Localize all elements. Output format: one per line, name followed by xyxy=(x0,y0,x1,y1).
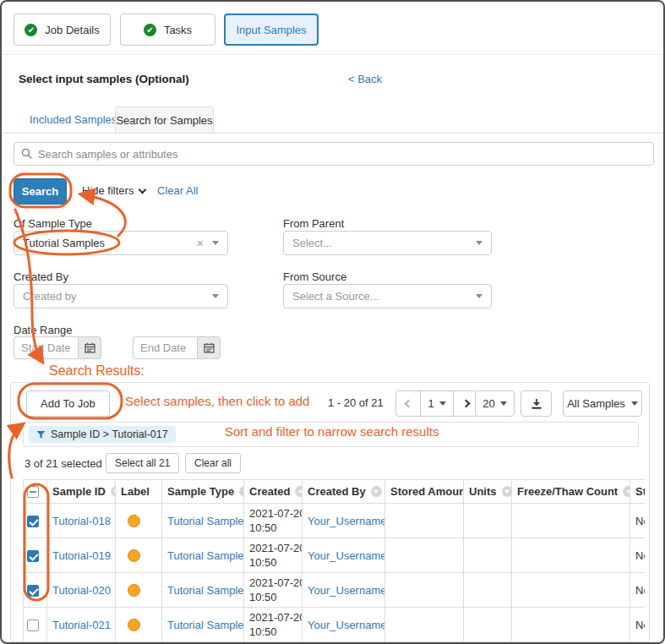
sort-icon[interactable] xyxy=(111,486,116,497)
row-checkbox[interactable] xyxy=(27,516,39,527)
results-table-container: Sample ID Label Sample Type Created Crea… xyxy=(23,479,645,642)
page-title: Select input samples (Optional) xyxy=(19,73,189,85)
created-by-link[interactable]: Your_Username xyxy=(308,619,385,631)
select-all-checkbox[interactable] xyxy=(27,486,39,498)
end-date-calendar-button[interactable] xyxy=(197,336,221,359)
row-checkbox[interactable] xyxy=(27,550,39,562)
search-button[interactable]: Search xyxy=(14,178,67,205)
sample-type-link[interactable]: Tutorial Samples xyxy=(167,584,244,597)
sample-label-icon xyxy=(128,549,140,562)
prev-page-button[interactable] xyxy=(395,390,421,417)
start-date-group xyxy=(14,336,101,359)
sample-type-link[interactable]: Tutorial Samples xyxy=(167,619,244,631)
col-freeze-thaw: Freeze/Thaw Count xyxy=(512,480,630,504)
units-cell xyxy=(464,573,512,608)
caret-down-icon xyxy=(476,294,482,298)
status-cell: No xyxy=(630,538,646,573)
stored-amount-cell xyxy=(385,504,464,538)
from-parent-select[interactable]: Select... xyxy=(283,231,492,255)
active-filters-bar: Sample ID > Tutorial-017 xyxy=(23,422,639,447)
page-size-select[interactable]: 20 xyxy=(475,390,515,417)
from-parent-placeholder: Select... xyxy=(292,237,332,249)
tab-search-for-samples[interactable]: Search for Samples xyxy=(115,106,214,134)
page-number: 1 xyxy=(428,397,433,410)
created-by-label: Created By xyxy=(14,270,68,283)
sample-type-value: Tutorial Samples xyxy=(23,237,105,249)
sample-type-link[interactable]: Tutorial Samples xyxy=(167,549,244,562)
hide-filters-label: Hide filters xyxy=(82,184,134,197)
col-sample-type: Sample Type xyxy=(162,480,244,504)
step-tasks[interactable]: ✔ Tasks xyxy=(120,14,215,46)
created-by-link[interactable]: Your_Username xyxy=(308,584,385,597)
pagination-range: 1 - 20 of 21 xyxy=(328,396,384,409)
search-input[interactable] xyxy=(38,148,646,161)
clear-selection-button[interactable]: Clear all xyxy=(185,453,241,473)
sample-type-select[interactable]: Tutorial Samples × xyxy=(14,231,228,255)
sort-icon[interactable] xyxy=(295,486,302,497)
back-link[interactable]: < Back xyxy=(348,73,382,85)
sample-id-link[interactable]: Tutorial-021 xyxy=(52,619,111,631)
row-checkbox[interactable] xyxy=(27,619,39,631)
caret-down-icon xyxy=(439,401,446,406)
sort-icon[interactable] xyxy=(371,486,382,497)
step-label: Job Details xyxy=(45,24,99,36)
sample-id-link[interactable]: Tutorial-020 xyxy=(52,584,111,597)
sample-scope-select[interactable]: All Samples xyxy=(563,390,642,417)
chevron-right-icon xyxy=(461,400,470,408)
created-by-select[interactable]: Created by xyxy=(14,284,228,308)
download-button[interactable] xyxy=(521,390,552,417)
created-date: 2021-07-20 xyxy=(249,610,297,625)
step-input-samples[interactable]: Input Samples xyxy=(224,14,319,46)
tab-label: Search for Samples xyxy=(116,114,212,127)
sample-type-link[interactable]: Tutorial Samples xyxy=(167,515,244,527)
caret-down-icon xyxy=(500,401,507,406)
start-date-calendar-button[interactable] xyxy=(78,336,101,359)
end-date-input[interactable] xyxy=(133,336,197,359)
freeze-thaw-cell xyxy=(512,573,630,608)
page-size-value: 20 xyxy=(482,397,494,410)
hide-filters-toggle[interactable]: Hide filters xyxy=(82,184,145,197)
clear-selection-icon[interactable]: × xyxy=(197,237,204,250)
tab-bar: Included Samples Search for Samples xyxy=(2,106,663,134)
col-stored-amount: Stored Amount xyxy=(385,480,464,504)
created-time: 10:50 xyxy=(249,521,297,535)
download-icon xyxy=(531,398,542,410)
created-time: 10:50 xyxy=(249,625,297,639)
scope-value: All Samples xyxy=(567,397,625,410)
clear-all-filters-link[interactable]: Clear All xyxy=(157,184,198,197)
page-select[interactable]: 1 xyxy=(420,390,454,417)
units-cell xyxy=(464,504,512,538)
sample-id-link[interactable]: Tutorial-019 xyxy=(52,549,111,562)
col-sample-id: Sample ID xyxy=(47,480,116,504)
search-icon xyxy=(21,148,33,160)
row-checkbox[interactable] xyxy=(27,585,39,597)
sort-icon[interactable] xyxy=(239,486,243,497)
units-cell xyxy=(464,538,512,573)
created-by-link[interactable]: Your_Username xyxy=(308,515,385,527)
created-by-placeholder: Created by xyxy=(23,290,77,303)
check-circle-icon: ✔ xyxy=(25,24,37,36)
step-job-details[interactable]: ✔ Job Details xyxy=(14,14,111,46)
from-source-select[interactable]: Select a Source... xyxy=(283,284,492,308)
job-wizard-window: ✔ Job Details ✔ Tasks Input Samples Sele… xyxy=(0,0,665,644)
status-cell: No xyxy=(630,608,646,642)
tab-included-samples[interactable]: Included Samples xyxy=(30,113,117,126)
filter-chip[interactable]: Sample ID > Tutorial-017 xyxy=(29,426,176,443)
start-date-input[interactable] xyxy=(14,336,78,359)
caret-down-icon xyxy=(476,241,482,245)
add-to-job-button[interactable]: Add To Job xyxy=(26,390,110,417)
select-all-button[interactable]: Select all 21 xyxy=(106,453,179,473)
created-date: 2021-07-20 xyxy=(249,506,297,521)
units-cell xyxy=(464,608,512,642)
selection-summary: 3 of 21 selected xyxy=(25,457,102,470)
status-cell: No xyxy=(630,504,646,538)
created-by-link[interactable]: Your_Username xyxy=(308,549,385,562)
check-circle-icon: ✔ xyxy=(144,24,156,36)
sort-icon[interactable] xyxy=(623,486,630,497)
from-source-placeholder: Select a Source... xyxy=(292,290,379,303)
filter-chip-label: Sample ID > Tutorial-017 xyxy=(51,428,168,440)
annotation-search-results: Search Results: xyxy=(49,363,144,379)
sample-id-link[interactable]: Tutorial-018 xyxy=(52,515,111,527)
sort-icon[interactable] xyxy=(502,486,512,497)
step-label: Tasks xyxy=(164,24,192,36)
